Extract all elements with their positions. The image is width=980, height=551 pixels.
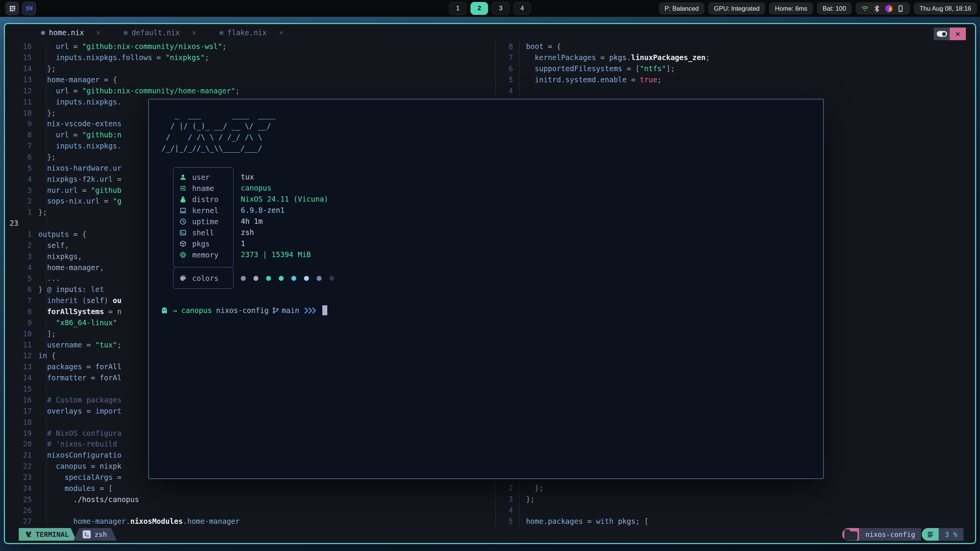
top-bar: $W 1234 P: BalancedGPU: IntegratedHome: … <box>0 0 980 17</box>
tab-close-icon[interactable]: × <box>96 28 100 37</box>
fetch-label: hname <box>192 184 214 192</box>
code-text: inherit (self) ou <box>38 296 121 305</box>
window-toggle[interactable] <box>934 28 950 40</box>
toggle-icon <box>937 31 947 37</box>
color-dot-7 <box>329 276 334 281</box>
code-text: modules = [ <box>38 484 113 492</box>
line-number: 3 <box>5 186 32 194</box>
line-number: 5 <box>494 517 513 525</box>
code-text: specialArgs = <box>38 473 121 481</box>
code-text: home-manager = { <box>38 75 117 84</box>
fetch-row-pkgs: pkgs <box>173 238 233 249</box>
shell-segment: zsh <box>74 528 117 541</box>
tab-home-nix[interactable]: ❄home.nix× <box>29 24 112 41</box>
color-dot-0 <box>241 276 246 281</box>
color-dot-5 <box>304 276 309 281</box>
code-line: 12 url = "github:nix-community/home-mana… <box>5 85 499 96</box>
line-number: 13 <box>5 75 32 84</box>
color-dot-4 <box>291 276 296 281</box>
line-number: 19 <box>5 429 32 437</box>
prompt-branch: main <box>282 306 299 315</box>
shell-prompt[interactable]: → canopus nixos-config main <box>160 305 327 315</box>
line-number: 10 <box>5 109 32 117</box>
tab-flake-nix[interactable]: ❄flake.nix× <box>208 24 295 41</box>
line-number: 2 <box>5 197 32 205</box>
workspace-button-3[interactable]: 3 <box>492 2 510 15</box>
code-text: nix-vscode-extens <box>38 119 121 128</box>
code-text: }; <box>517 484 544 492</box>
code-text: "x86_64-linux" <box>38 318 117 327</box>
line-number: 5 <box>494 75 513 84</box>
line-number: 15 <box>5 53 32 62</box>
fetch-row-hname: hname <box>173 183 233 194</box>
kernel-icon <box>180 207 186 214</box>
fetch-row-shell: shell <box>173 227 233 238</box>
code-text: forAllSystems = n <box>38 307 121 316</box>
packages-icon <box>180 240 186 247</box>
line-number: 6 <box>5 153 32 161</box>
status-pill-3: Bat: 100 <box>817 2 852 15</box>
code-line: 5 initrd.systemd.enable = true; <box>494 74 953 85</box>
vim-icon <box>25 531 32 538</box>
code-text: self, <box>38 241 69 249</box>
code-line: 25 ./hosts/canopus <box>5 494 499 505</box>
line-number: 27 <box>5 517 32 525</box>
line-number: 9 <box>5 318 32 327</box>
clock: Thu Aug 08, 18:16 <box>914 2 977 15</box>
workspace-app-button[interactable]: $W <box>22 2 36 15</box>
code-pane-right-bottom[interactable]: 2 };3 };45 home.packages = with pkgs; [ <box>494 483 953 527</box>
code-text: # Custom packages <box>38 396 121 404</box>
code-text: # NixOS configura <box>38 429 121 437</box>
fetch-label: shell <box>192 228 214 237</box>
prompt-host: canopus <box>181 306 212 315</box>
line-number: 2 <box>494 484 513 492</box>
fetch-label: pkgs <box>192 240 210 248</box>
fetch-row-user: user <box>173 171 233 183</box>
close-icon: × <box>956 29 960 39</box>
media-icon <box>885 5 892 12</box>
code-text: url = "github:nix-community/home-manager… <box>38 86 240 95</box>
fetch-value-hname: canopus <box>241 182 328 193</box>
nixos-ascii-logo: _ ___ ____ ____ / |/ (_)_ __/ __ \/ __/ … <box>162 109 275 154</box>
line-number: 21 <box>5 451 32 459</box>
window-close-button[interactable]: × <box>950 28 966 40</box>
line-number: 23 <box>5 473 32 481</box>
fetch-row-kernel: kernel <box>173 205 233 216</box>
code-text: boot = { <box>517 42 561 51</box>
code-text: inputs.nixpkgs. <box>38 98 121 106</box>
code-pane-right-top[interactable]: 8 boot = {7 kernelPackages = pkgs.linuxP… <box>494 41 953 96</box>
workspace-button-4[interactable]: 4 <box>513 2 531 15</box>
line-number: 5 <box>5 164 32 172</box>
line-number: 24 <box>5 484 32 492</box>
line-number: 3 <box>5 252 32 261</box>
fetch-value-kernel: 6.9.8-zen1 <box>241 204 328 215</box>
color-dot-3 <box>279 276 284 281</box>
tab-close-icon[interactable]: × <box>279 28 283 37</box>
status-pills: P: BalancedGPU: IntegratedHome: 6msBat: … <box>659 2 977 15</box>
code-text: inputs.nixpkgs. <box>38 142 121 150</box>
window-controls: × <box>934 28 966 40</box>
line-number: 4 <box>5 263 32 272</box>
shell-icon <box>180 229 186 236</box>
code-line: 4 <box>494 505 953 516</box>
line-number: 22 <box>5 462 32 470</box>
app-tile-label: $W <box>26 5 33 12</box>
line-number: 25 <box>5 495 32 504</box>
line-number: 13 <box>5 362 32 371</box>
line-number: 6 <box>494 64 513 73</box>
tab-default-nix[interactable]: ❄default.nix× <box>112 24 208 41</box>
app-launcher-button[interactable] <box>5 2 19 15</box>
workspace-button-2[interactable]: 2 <box>470 2 488 15</box>
tab-close-icon[interactable]: × <box>192 28 196 37</box>
line-number: 9 <box>5 119 32 128</box>
tray-pill[interactable] <box>856 2 910 15</box>
workspace-button-1[interactable]: 1 <box>449 2 467 15</box>
terminal-window[interactable]: _ ___ ____ ____ / |/ (_)_ __/ __ \/ __/ … <box>148 99 824 479</box>
code-text: url = "github:nix-community/nixos-wsl"; <box>38 42 227 51</box>
project-name: nixos-config <box>859 528 921 541</box>
code-text: # 'nixos-rebuild <box>38 440 117 448</box>
fetch-row-distro: distro <box>173 194 233 205</box>
folder-icon <box>842 528 859 541</box>
fetch-value-pkgs: 1 <box>241 238 328 249</box>
code-text: sops-nix.url = "g <box>38 197 121 205</box>
